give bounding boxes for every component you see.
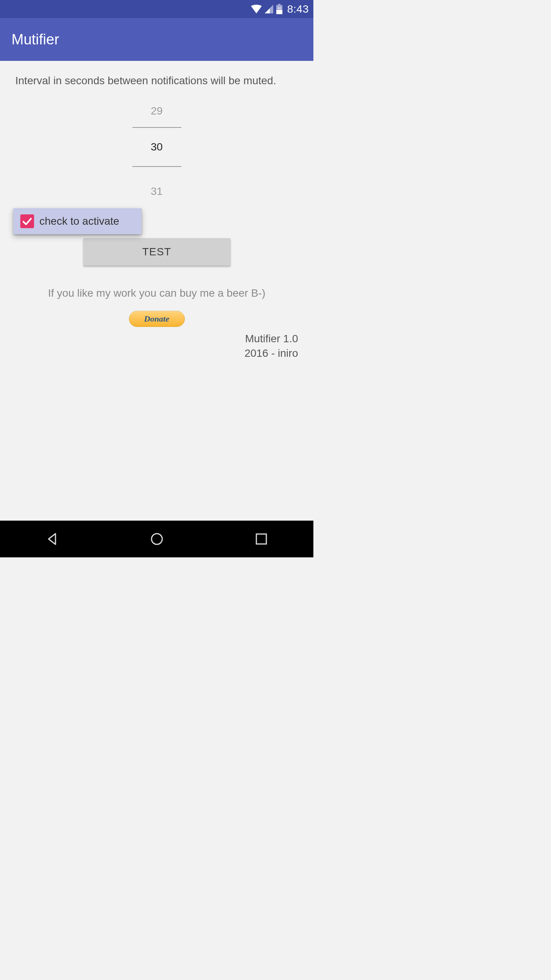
status-bar: 42 8:43 — [0, 0, 313, 18]
like-text: If you like my work you can buy me a bee… — [15, 287, 298, 299]
activate-row[interactable]: check to activate — [13, 208, 142, 234]
activate-label: check to activate — [39, 215, 119, 227]
test-button[interactable]: TEST — [83, 238, 230, 266]
navigation-bar — [0, 521, 313, 557]
nav-recent-button[interactable] — [252, 530, 271, 548]
picker-next-value[interactable]: 31 — [151, 167, 163, 204]
cellular-icon — [264, 5, 274, 14]
credits-version: Mutifier 1.0 — [15, 332, 298, 346]
wifi-icon — [251, 5, 262, 14]
app-bar: Mutifier — [0, 18, 313, 61]
svg-rect-2 — [276, 10, 282, 14]
main-content: Interval in seconds between notification… — [0, 61, 313, 361]
back-icon — [45, 531, 60, 547]
svg-point-3 — [152, 534, 162, 544]
donate-label: Donate — [144, 314, 170, 324]
interval-number-picker[interactable]: 29 30 31 — [15, 97, 298, 204]
picker-current-value[interactable]: 30 — [151, 128, 163, 166]
credits: Mutifier 1.0 2016 - iniro — [15, 332, 298, 361]
credits-author: 2016 - iniro — [15, 346, 298, 361]
activate-checkbox[interactable] — [20, 214, 34, 228]
svg-rect-0 — [278, 4, 280, 5]
app-title: Mutifier — [11, 31, 59, 48]
status-time: 8:43 — [287, 3, 309, 15]
recent-icon — [254, 532, 268, 546]
nav-back-button[interactable] — [43, 530, 62, 548]
home-icon — [149, 531, 165, 547]
check-icon — [21, 215, 33, 227]
svg-rect-4 — [256, 534, 266, 544]
donate-button[interactable]: Donate — [129, 311, 185, 327]
interval-description: Interval in seconds between notification… — [15, 74, 298, 87]
battery-level-text: 42 — [277, 6, 281, 10]
nav-home-button[interactable] — [148, 530, 166, 548]
battery-icon: 42 — [276, 4, 283, 15]
picker-prev-value[interactable]: 29 — [151, 97, 163, 127]
